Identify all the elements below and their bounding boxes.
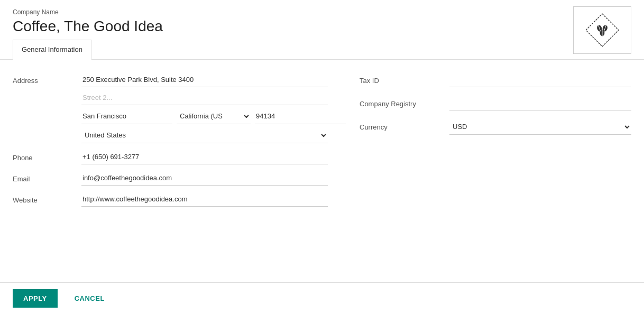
form-left: Address California (US New York (US Texa… — [13, 72, 328, 213]
website-label: Website — [13, 192, 81, 204]
form-layout: Address California (US New York (US Texa… — [13, 72, 631, 213]
address-line2-input[interactable] — [81, 90, 328, 105]
address-city-state-row: California (US New York (US Texas (US — [81, 108, 328, 124]
currency-label: Currency — [360, 119, 449, 131]
country-select[interactable]: United States Canada Mexico United Kingd… — [81, 127, 328, 143]
address-field-row: Address California (US New York (US Texa… — [13, 72, 328, 143]
zip-input[interactable] — [255, 108, 346, 124]
email-field-row: Email — [13, 171, 328, 186]
currency-select[interactable]: USD EUR GBP JPY — [449, 119, 631, 135]
form-right: Tax ID Company Registry Currency USD EUR… — [360, 72, 631, 213]
email-input[interactable] — [81, 171, 328, 186]
page-container: Company Name Coffee, The Good Idea Gener… — [0, 0, 644, 314]
tax-id-label: Tax ID — [360, 72, 449, 85]
city-input[interactable] — [81, 108, 172, 124]
currency-field-row: Currency USD EUR GBP JPY — [360, 119, 631, 135]
company-registry-field-row: Company Registry — [360, 96, 631, 110]
address-line1-input[interactable] — [81, 72, 328, 87]
tab-general-information[interactable]: General Information — [13, 40, 91, 60]
cancel-button[interactable]: CANCEL — [66, 289, 113, 308]
phone-field-row: Phone — [13, 150, 328, 164]
website-input[interactable] — [81, 192, 328, 207]
state-select[interactable]: California (US New York (US Texas (US — [177, 108, 251, 124]
email-label: Email — [13, 171, 81, 183]
company-name-label: Company Name — [13, 8, 631, 16]
email-input-group — [81, 171, 328, 186]
country-select-row: United States Canada Mexico United Kingd… — [81, 127, 328, 143]
address-label: Address — [13, 72, 81, 85]
footer-section: APPLY CANCEL — [0, 282, 644, 314]
apply-button[interactable]: APPLY — [13, 289, 58, 308]
company-name-title: Coffee, The Good Idea — [13, 18, 631, 35]
tax-id-input[interactable] — [449, 72, 631, 87]
address-input-group: California (US New York (US Texas (US Un… — [81, 72, 328, 143]
content-section: Address California (US New York (US Texa… — [0, 60, 644, 282]
website-input-group — [81, 192, 328, 207]
tax-id-field-row: Tax ID — [360, 72, 631, 87]
phone-input[interactable] — [81, 150, 328, 164]
company-registry-input[interactable] — [449, 96, 631, 110]
header-section: Company Name Coffee, The Good Idea Gener… — [0, 0, 644, 60]
phone-input-group — [81, 150, 328, 164]
company-logo[interactable] — [573, 6, 631, 54]
tabs-bar: General Information — [13, 39, 631, 59]
logo-diamond-icon — [584, 12, 621, 49]
company-registry-label: Company Registry — [360, 96, 449, 108]
phone-label: Phone — [13, 150, 81, 162]
website-field-row: Website — [13, 192, 328, 207]
